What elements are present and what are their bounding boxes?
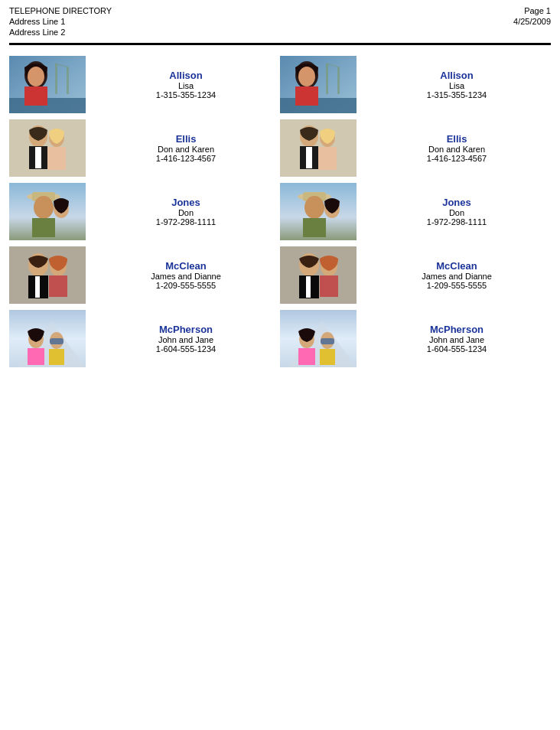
entry-name: Ellis bbox=[176, 133, 197, 145]
entry-photo bbox=[9, 246, 86, 304]
address-line1: Address Line 1 bbox=[9, 17, 112, 26]
entry-photo bbox=[9, 56, 86, 113]
entry-phone: 1-604-555-1234 bbox=[156, 344, 216, 354]
svg-rect-23 bbox=[35, 276, 40, 298]
list-item: McCleanJames and Dianne1-209-555-5555 bbox=[280, 246, 551, 304]
divider-container bbox=[0, 40, 560, 50]
entry-name: Jones bbox=[442, 197, 471, 208]
entry-name: McPherson bbox=[159, 324, 213, 335]
entry-photo bbox=[9, 310, 86, 367]
entry-person: James and Dianne bbox=[151, 272, 221, 281]
entry-phone: 1-416-123-4567 bbox=[156, 154, 216, 163]
svg-rect-39 bbox=[295, 86, 318, 106]
entry-phone: 1-604-555-1234 bbox=[427, 344, 487, 354]
svg-rect-13 bbox=[47, 147, 66, 170]
svg-rect-1 bbox=[55, 64, 57, 94]
entry-name: McPherson bbox=[430, 324, 483, 335]
svg-rect-29 bbox=[28, 348, 44, 365]
page-title: TELEPHONE DIRECTORY bbox=[9, 6, 112, 15]
svg-rect-34 bbox=[326, 64, 328, 94]
entry-photo bbox=[280, 246, 357, 304]
entry-person: Don bbox=[449, 208, 464, 217]
svg-rect-18 bbox=[32, 218, 55, 237]
svg-rect-51 bbox=[303, 218, 326, 237]
entry-name: McClean bbox=[436, 260, 477, 272]
svg-rect-35 bbox=[337, 67, 340, 94]
entry-info: McPhersonJohn and Jane1-604-555-1234 bbox=[363, 324, 551, 354]
entry-name: Allison bbox=[440, 70, 473, 81]
entry-phone: 1-315-355-1234 bbox=[427, 90, 487, 99]
list-item: EllisDon and Karen1-416-123-4567 bbox=[9, 119, 280, 177]
entry-person: Lisa bbox=[449, 81, 464, 90]
list-item: JonesDon1-972-298-1111 bbox=[9, 183, 280, 240]
entry-person: Don and Karen bbox=[428, 145, 485, 154]
entry-person: John and Jane bbox=[158, 335, 213, 344]
entry-info: AllisonLisa1-315-355-1234 bbox=[92, 70, 280, 99]
svg-rect-2 bbox=[67, 67, 69, 94]
entry-person: Lisa bbox=[178, 81, 194, 90]
entry-info: EllisDon and Karen1-416-123-4567 bbox=[363, 133, 551, 163]
entry-person: Don bbox=[178, 208, 194, 217]
svg-point-40 bbox=[298, 67, 315, 86]
entry-person: Don and Karen bbox=[158, 145, 214, 154]
entry-phone: 1-315-355-1234 bbox=[156, 90, 216, 99]
entry-name: Allison bbox=[169, 70, 202, 81]
list-item: AllisonLisa1-315-355-1234 bbox=[280, 56, 551, 113]
entry-photo bbox=[280, 310, 357, 367]
entry-name: McClean bbox=[165, 260, 206, 272]
list-item: EllisDon and Karen1-416-123-4567 bbox=[280, 119, 551, 177]
entry-phone: 1-209-555-5555 bbox=[156, 281, 216, 290]
svg-rect-32 bbox=[50, 338, 63, 344]
entry-photo bbox=[280, 183, 357, 240]
svg-rect-11 bbox=[35, 147, 41, 168]
list-item: AllisonLisa1-315-355-1234 bbox=[9, 56, 280, 113]
entry-info: AllisonLisa1-315-355-1234 bbox=[363, 70, 551, 99]
entry-info: EllisDon and Karen1-416-123-4567 bbox=[92, 133, 280, 163]
svg-rect-6 bbox=[24, 86, 47, 106]
entry-name: Jones bbox=[171, 197, 200, 208]
page-header: TELEPHONE DIRECTORY Address Line 1 Addre… bbox=[0, 0, 560, 40]
column-right: AllisonLisa1-315-355-1234 EllisDon and K… bbox=[280, 56, 551, 373]
svg-rect-31 bbox=[49, 349, 64, 365]
entry-phone: 1-209-555-5555 bbox=[427, 281, 487, 290]
svg-rect-46 bbox=[318, 147, 337, 170]
entry-name: Ellis bbox=[447, 133, 467, 145]
entry-photo bbox=[9, 183, 86, 240]
svg-rect-25 bbox=[49, 275, 67, 297]
header-left: TELEPHONE DIRECTORY Address Line 1 Addre… bbox=[9, 6, 112, 37]
entry-person: John and Jane bbox=[429, 335, 484, 344]
entry-info: JonesDon1-972-298-1111 bbox=[92, 197, 280, 226]
svg-rect-64 bbox=[320, 349, 335, 365]
svg-rect-56 bbox=[306, 276, 311, 298]
svg-point-7 bbox=[28, 67, 44, 86]
list-item: McPhersonJohn and Jane1-604-555-1234 bbox=[280, 310, 551, 367]
list-item: McPhersonJohn and Jane1-604-555-1234 bbox=[9, 310, 280, 367]
list-item: McCleanJames and Dianne1-209-555-5555 bbox=[9, 246, 280, 304]
page-date: 4/25/2009 bbox=[513, 17, 551, 26]
entry-photo bbox=[280, 56, 357, 113]
entry-phone: 1-416-123-4567 bbox=[427, 154, 487, 163]
header-right: Page 1 4/25/2009 bbox=[513, 6, 551, 26]
svg-rect-65 bbox=[321, 338, 334, 344]
column-left: AllisonLisa1-315-355-1234 EllisDon and K… bbox=[9, 56, 280, 373]
svg-rect-62 bbox=[298, 348, 315, 365]
entry-person: James and Dianne bbox=[422, 272, 492, 281]
svg-rect-44 bbox=[306, 147, 312, 168]
list-item: JonesDon1-972-298-1111 bbox=[280, 183, 551, 240]
page-number: Page 1 bbox=[524, 6, 551, 15]
entry-photo bbox=[9, 119, 86, 177]
svg-point-50 bbox=[304, 196, 324, 219]
entry-info: McCleanJames and Dianne1-209-555-5555 bbox=[92, 260, 280, 290]
directory-body: AllisonLisa1-315-355-1234 EllisDon and K… bbox=[0, 50, 560, 380]
entry-phone: 1-972-298-1111 bbox=[156, 217, 216, 226]
svg-point-17 bbox=[34, 196, 54, 219]
entry-info: McPhersonJohn and Jane1-604-555-1234 bbox=[92, 324, 280, 354]
columns-wrapper: AllisonLisa1-315-355-1234 EllisDon and K… bbox=[9, 56, 551, 373]
entry-phone: 1-972-298-1111 bbox=[427, 217, 487, 226]
entry-info: McCleanJames and Dianne1-209-555-5555 bbox=[363, 260, 551, 290]
address-line2: Address Line 2 bbox=[9, 28, 112, 37]
entry-photo bbox=[280, 119, 357, 177]
svg-rect-58 bbox=[320, 275, 338, 297]
header-divider bbox=[9, 43, 551, 45]
entry-info: JonesDon1-972-298-1111 bbox=[363, 197, 551, 226]
